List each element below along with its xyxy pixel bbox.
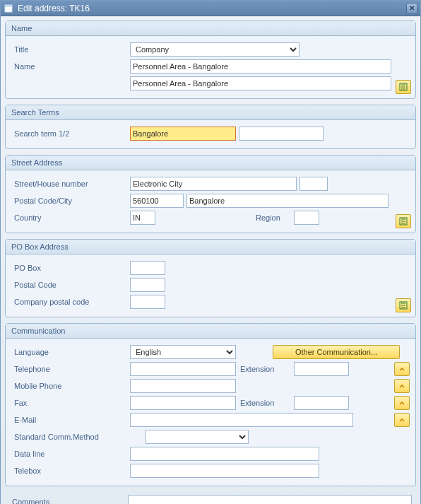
group-communication-header: Communication [6,324,415,339]
email-more-button[interactable] [394,413,410,427]
pobox-label: PO Box [11,264,130,272]
name-field-2[interactable] [130,76,391,90]
name-field-1[interactable] [130,59,391,74]
telebox-field[interactable] [130,464,319,478]
fax-extension-label: Extension [236,399,294,407]
pobox-postal-label: Postal Code [11,281,130,289]
email-label: E-Mail [11,416,130,424]
house-number-field[interactable] [300,177,328,191]
email-field[interactable] [130,413,353,427]
group-street-header: Street Address [6,156,415,170]
pobox-postal-field[interactable] [130,278,165,292]
fax-extension-field[interactable] [294,396,349,410]
fax-more-button[interactable] [394,396,410,410]
expand-name-button[interactable] [396,80,411,94]
region-label: Region [251,213,294,222]
fax-field[interactable] [130,396,236,410]
close-icon[interactable]: ✕ [406,3,417,14]
telephone-more-button[interactable] [394,362,410,376]
street-field[interactable] [130,177,297,191]
svg-rect-1 [5,5,12,7]
expand-street-button[interactable] [396,214,411,228]
dialog-body: Name Title Company Name [1,16,420,504]
group-pobox: PO Box Address PO Box Postal Code Compan… [5,239,416,317]
mobile-label: Mobile Phone [11,382,130,390]
street-label: Street/House number [11,180,130,188]
group-name-header: Name [6,21,415,36]
telephone-label: Telephone [11,365,130,373]
comments-label: Comments [9,498,128,504]
dialog-title: Edit address: TK16 [18,4,406,13]
country-field[interactable] [130,211,155,225]
dialog-window: Edit address: TK16 ✕ Name Title Company … [0,0,421,504]
comments-field[interactable] [128,495,412,504]
group-communication: Communication Language English Other Com… [5,323,416,486]
group-search-header: Search Terms [6,105,415,120]
title-select[interactable]: Company [130,42,300,57]
std-comm-select[interactable] [146,430,249,444]
city-field[interactable] [186,194,389,208]
other-communication-button[interactable]: Other Communication... [273,345,400,359]
company-postal-field[interactable] [130,295,165,309]
search-term-2-field[interactable] [239,127,324,141]
language-select[interactable]: English [130,345,236,359]
name-label: Name [11,62,130,71]
titlebar: Edit address: TK16 ✕ [1,1,420,16]
company-postal-label: Company postal code [11,298,130,306]
fax-label: Fax [11,399,130,407]
dialog-icon [4,4,13,13]
tel-extension-label: Extension [236,365,294,373]
postal-city-label: Postal Code/City [11,197,130,205]
group-pobox-header: PO Box Address [6,240,415,254]
mobile-field[interactable] [130,379,236,393]
telebox-label: Telebox [11,467,130,475]
mobile-more-button[interactable] [394,379,410,393]
tel-extension-field[interactable] [294,362,349,376]
country-label: Country [11,213,130,222]
pobox-field[interactable] [130,261,165,275]
search-term-1-field[interactable] [130,127,236,141]
search-term-label: Search term 1/2 [11,129,130,138]
expand-pobox-button[interactable] [396,298,411,312]
region-field[interactable] [294,211,319,225]
group-name: Name Title Company Name [5,20,416,99]
telephone-field[interactable] [130,362,236,376]
dataline-label: Data line [11,450,130,458]
group-street: Street Address Street/House number Posta… [5,155,416,233]
title-label: Title [11,45,130,54]
language-label: Language [11,348,130,356]
postal-code-field[interactable] [130,194,184,208]
std-comm-label: Standard Comm.Method [11,433,146,441]
dataline-field[interactable] [130,447,319,461]
group-search: Search Terms Search term 1/2 [5,105,416,149]
